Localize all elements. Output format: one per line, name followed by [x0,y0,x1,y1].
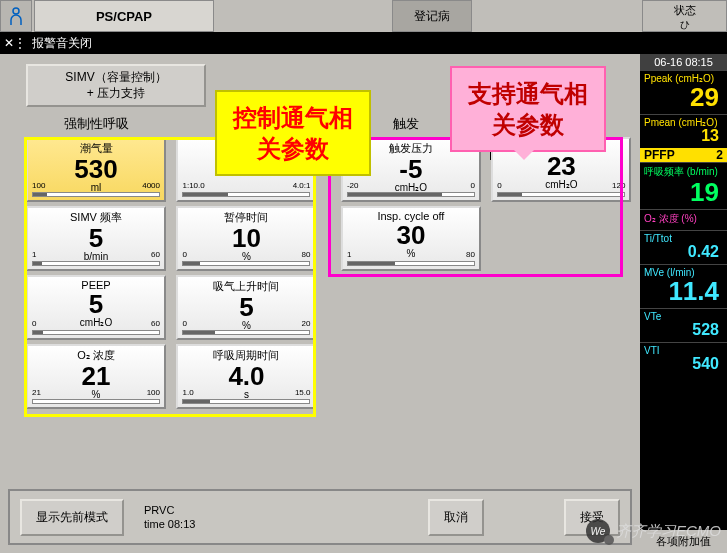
watermark-text: 齐齐学习ECMO [616,522,721,541]
simv-line1: SIMV（容量控制） [36,70,196,86]
tile-peep[interactable]: PEEP5cmH₂O060 [26,275,166,340]
status-sub: ひ [645,18,724,32]
bottom-bar: 显示先前模式 PRVC time 08:13 取消 接受 [8,489,632,545]
svg-point-0 [13,8,19,14]
monitor-titot: Ti/Ttot0.42 [640,230,727,264]
tile-tidal-volume[interactable]: 潮气量530ml1004000 [26,137,166,202]
cancel-button[interactable]: 取消 [428,499,484,536]
alarm-text: 报警音关闭 [32,35,92,52]
monitor-ppeak: Ppeak (cmH₂O)29 [640,70,727,114]
alarm-bar: ✕⋮ 报警音关闭 [0,32,727,54]
watermark: We 齐齐学习ECMO [586,519,721,543]
topbar: PS/CPAP 登记病 状态 ひ [0,0,727,32]
tile-pause-time[interactable]: 暂停时间10%080 [176,206,316,271]
prev-mode-button[interactable]: 显示先前模式 [20,499,124,536]
wechat-icon: We [586,519,610,543]
simv-button[interactable]: SIMV（容量控制） + 压力支持 [26,64,206,107]
tile-insp-cycle-off[interactable]: Insp. cycle off30%180 [341,206,481,271]
mode-info: PRVC time 08:13 [144,503,428,532]
monitor-datetime: 06-16 08:15 [640,54,727,70]
mode-button[interactable]: PS/CPAP [34,0,214,32]
monitor-vti: VTI540 [640,342,727,376]
tile-simv-rate[interactable]: SIMV 频率5b/min160 [26,206,166,271]
patient-icon[interactable] [0,0,32,32]
tile-breath-cycle[interactable]: 呼吸周期时间4.0s1.015.0 [176,344,316,409]
monitor-mve: MVe (l/min)11.4 [640,264,727,308]
settings-panel: SIMV（容量控制） + 压力支持 流量 30.2 l/min 控制通气相关参数… [0,54,640,553]
monitor-panel: 06-16 08:15 Ppeak (cmH₂O)29 Pmean (cmH₂O… [640,54,727,553]
tile-rise-time[interactable]: 吸气上升时间5%020 [176,275,316,340]
tile-o2-concentration[interactable]: O₂ 浓度21%21100 [26,344,166,409]
callout-support-params: 支持通气相关参数 [450,66,606,152]
monitor-o2: O₂ 浓度 (%) [640,209,727,230]
header-mandatory: 强制性呼吸 [26,115,166,133]
monitor-resp-rate: 呼吸频率 (b/min)19 [640,162,727,209]
monitor-pmean: Pmean (cmH₂O)13 [640,114,727,148]
monitor-pffp: PFFP2 [640,148,727,162]
status-label: 状态 [645,3,724,18]
status-box: 状态 ひ [642,0,727,32]
callout-control-params: 控制通气相关参数 [215,90,371,176]
alarm-mute-icon: ✕⋮ [4,36,26,50]
simv-line2: + 压力支持 [36,86,196,102]
register-tab[interactable]: 登记病 [392,0,472,32]
monitor-vte: VTe528 [640,308,727,342]
